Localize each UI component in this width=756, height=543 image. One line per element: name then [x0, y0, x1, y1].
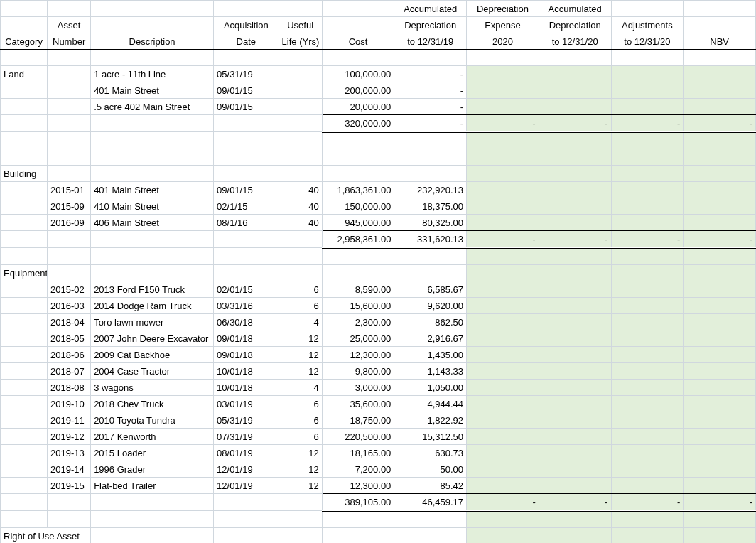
input-cell[interactable]	[539, 182, 611, 198]
input-cell[interactable]	[611, 445, 684, 461]
input-cell[interactable]	[467, 396, 539, 412]
header-cell	[322, 1, 394, 17]
input-cell[interactable]	[467, 380, 539, 396]
input-cell[interactable]	[539, 363, 611, 380]
cost: 945,000.00	[322, 215, 394, 231]
input-cell[interactable]	[684, 461, 756, 478]
input-cell[interactable]	[684, 82, 756, 99]
input-cell[interactable]	[611, 314, 684, 330]
useful-life: 6	[279, 281, 322, 298]
input-cell[interactable]	[467, 412, 539, 429]
input-cell[interactable]	[467, 347, 539, 363]
input-cell[interactable]	[684, 215, 756, 231]
input-cell[interactable]	[539, 330, 611, 347]
input-cell[interactable]	[611, 198, 684, 215]
input-cell[interactable]	[611, 396, 684, 412]
input-cell[interactable]	[611, 363, 684, 380]
input-cell[interactable]	[467, 314, 539, 330]
input-cell[interactable]	[684, 445, 756, 461]
input-cell[interactable]	[539, 429, 611, 445]
input-cell[interactable]	[467, 66, 539, 82]
cost: 3,000.00	[322, 380, 394, 396]
cost: 20,000.00	[322, 99, 394, 115]
input-cell[interactable]	[611, 182, 684, 198]
header-cell	[91, 1, 214, 17]
input-cell[interactable]	[467, 281, 539, 298]
acc-dep-19: -	[394, 99, 467, 115]
input-cell[interactable]	[539, 347, 611, 363]
input-cell[interactable]	[684, 182, 756, 198]
input-cell[interactable]	[684, 363, 756, 380]
input-cell[interactable]	[467, 363, 539, 380]
input-cell[interactable]	[539, 215, 611, 231]
input-cell[interactable]	[611, 66, 684, 82]
input-cell[interactable]	[539, 445, 611, 461]
asset-description: 2018 Chev Truck	[91, 396, 214, 412]
input-cell[interactable]	[467, 182, 539, 198]
input-cell[interactable]	[467, 429, 539, 445]
input-cell[interactable]	[684, 396, 756, 412]
cost: 200,000.00	[322, 82, 394, 99]
input-cell[interactable]	[467, 82, 539, 99]
input-cell[interactable]	[611, 478, 684, 494]
acc-dep-19: 80,325.00	[394, 215, 467, 231]
input-cell[interactable]	[611, 298, 684, 314]
input-cell[interactable]	[684, 478, 756, 494]
input-cell[interactable]	[611, 429, 684, 445]
input-cell[interactable]	[467, 215, 539, 231]
useful-life: 6	[279, 429, 322, 445]
input-cell[interactable]	[467, 330, 539, 347]
input-cell[interactable]	[684, 66, 756, 82]
input-cell[interactable]	[467, 99, 539, 115]
input-cell[interactable]	[611, 347, 684, 363]
input-cell[interactable]	[684, 281, 756, 298]
header-cell: Category	[1, 33, 48, 50]
input-cell[interactable]	[467, 298, 539, 314]
input-cell[interactable]	[539, 298, 611, 314]
input-cell[interactable]	[684, 429, 756, 445]
input-cell[interactable]	[611, 281, 684, 298]
input-cell[interactable]	[611, 412, 684, 429]
input-cell[interactable]	[684, 198, 756, 215]
input-cell[interactable]	[611, 330, 684, 347]
input-cell[interactable]	[684, 314, 756, 330]
acc-dep-19: 15,312.50	[394, 429, 467, 445]
input-cell[interactable]	[684, 380, 756, 396]
input-cell[interactable]	[539, 198, 611, 215]
cost: 150,000.00	[322, 198, 394, 215]
acquisition-date: 10/01/18	[214, 363, 279, 380]
input-cell[interactable]	[539, 82, 611, 99]
cost: 25,000.00	[322, 330, 394, 347]
input-cell[interactable]	[611, 461, 684, 478]
input-cell[interactable]	[467, 445, 539, 461]
useful-life: 12	[279, 347, 322, 363]
input-cell[interactable]	[539, 314, 611, 330]
input-cell[interactable]	[684, 412, 756, 429]
input-cell[interactable]	[611, 82, 684, 99]
acquisition-date: 02/01/15	[214, 281, 279, 298]
input-cell[interactable]	[611, 215, 684, 231]
input-cell[interactable]	[539, 412, 611, 429]
input-cell[interactable]	[467, 198, 539, 215]
input-cell[interactable]	[611, 99, 684, 115]
input-cell[interactable]	[684, 330, 756, 347]
input-cell[interactable]	[539, 66, 611, 82]
input-cell[interactable]	[684, 99, 756, 115]
input-cell[interactable]	[539, 396, 611, 412]
input-cell[interactable]	[539, 281, 611, 298]
header-cell: Number	[48, 33, 91, 50]
acquisition-date: 05/31/19	[214, 66, 279, 82]
input-cell[interactable]	[539, 461, 611, 478]
input-cell[interactable]	[611, 380, 684, 396]
acc-dep-19: 630.73	[394, 445, 467, 461]
input-cell[interactable]	[539, 99, 611, 115]
input-cell[interactable]	[684, 347, 756, 363]
input-cell[interactable]	[467, 478, 539, 494]
header-cell: Accumulated	[394, 1, 467, 17]
input-cell[interactable]	[467, 461, 539, 478]
input-cell[interactable]	[539, 478, 611, 494]
acc-dep-19: 232,920.13	[394, 182, 467, 198]
input-cell[interactable]	[684, 298, 756, 314]
asset-description: 2009 Cat Backhoe	[91, 347, 214, 363]
input-cell[interactable]	[539, 380, 611, 396]
